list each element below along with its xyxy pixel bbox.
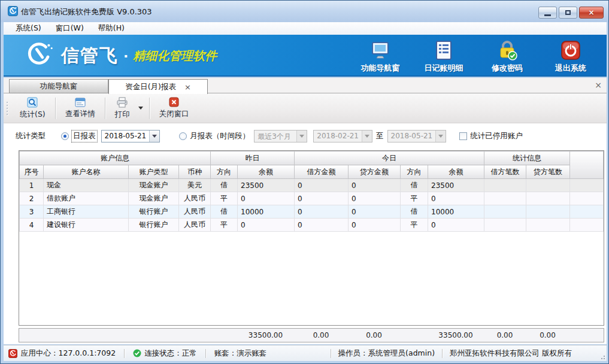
group-trailing <box>570 151 604 179</box>
change-password-button[interactable]: 修改密码 <box>483 40 531 74</box>
brand-banner: 信管飞 · 精细化管理软件 功能导航窗 <box>4 35 607 77</box>
brand-block: 信管飞 · 精细化管理软件 <box>26 42 217 69</box>
menu-bar: 系统(S) 窗口(W) 帮助(H) <box>4 22 607 35</box>
toolbar-separator <box>105 98 105 119</box>
col-seq: 序号 <box>20 165 44 179</box>
tab-fund-report-label: 资金日(月)报表 <box>125 82 176 92</box>
summary-today-credit: 0.00 <box>348 329 400 342</box>
grid-column-header-row: 序号 账户名称 账户类型 币种 方向 余额 借方金额 贷方金额 方向 余额 借方… <box>20 165 604 179</box>
menu-window[interactable]: 窗口(W) <box>49 22 91 35</box>
status-separator <box>442 349 443 358</box>
report-work-area: 账户信息 昨日 今日 统计信息 序号 账户名称 账户类型 币种 方向 余额 借方… <box>4 149 607 344</box>
printer-icon <box>116 97 128 108</box>
print-dropdown-arrow-icon[interactable] <box>138 107 143 110</box>
exit-system-label: 退出系统 <box>555 63 586 74</box>
summary-credit-count: 0.00 <box>526 329 569 342</box>
summary-debit-count: 0.00 <box>484 329 526 342</box>
brand-logo-icon <box>26 42 55 69</box>
brand-tagline: 精细化管理软件 <box>133 48 217 64</box>
lock-icon <box>496 40 518 61</box>
daily-date-value: 2018-05-21 <box>102 131 150 142</box>
include-disabled-label[interactable]: 统计已停用账户 <box>470 131 523 141</box>
change-password-label: 修改密码 <box>492 63 523 74</box>
minimize-icon <box>544 14 551 16</box>
view-details-label: 查看详情 <box>65 109 95 119</box>
daily-report-label[interactable]: 日报表 <box>71 130 98 142</box>
filter-bar: 统计类型 日报表 2018-05-21 月报表（时间段） 最近3个月 2018-… <box>4 123 607 149</box>
journal-detail-button[interactable]: 日记账明细 <box>420 40 468 74</box>
daily-report-radio[interactable] <box>61 132 69 140</box>
range-preset-dropdown-icon <box>296 131 307 142</box>
statistics-label: 统计(S) <box>20 110 46 120</box>
daily-date-select[interactable]: 2018-05-21 <box>101 130 160 142</box>
range-preset-select: 最近3个月 <box>254 130 307 142</box>
close-icon: × <box>588 8 594 17</box>
status-separator <box>205 349 206 358</box>
banner-actions: 功能导航窗 日记账明细 <box>356 40 595 74</box>
table-row[interactable]: 1 现金 现金账户 美元 借 23500 0 0 借 23500 <box>20 179 604 192</box>
toolbar-grip[interactable] <box>7 102 8 115</box>
grid-group-header-row: 账户信息 昨日 今日 统计信息 <box>20 151 604 165</box>
close-window-label: 关闭窗口 <box>159 109 189 119</box>
daily-date-dropdown-icon[interactable] <box>149 131 159 142</box>
status-app-center: 应用中心：127.0.0.1:7092 <box>21 348 116 359</box>
status-account-set: 账套：演示账套 <box>214 348 267 359</box>
exit-system-button[interactable]: 退出系统 <box>547 40 595 74</box>
tab-nav-window-label: 功能导航窗 <box>40 81 78 92</box>
nav-window-label: 功能导航窗 <box>361 63 400 74</box>
brand-name: 信管飞 <box>61 44 119 68</box>
status-separator <box>124 349 125 358</box>
status-copyright: 郑州亚拓软件科技有限公司 版权所有 <box>450 348 572 359</box>
toolbar-separator <box>55 98 56 119</box>
close-button[interactable]: × <box>579 7 604 19</box>
include-disabled-checkbox[interactable] <box>459 132 467 140</box>
print-button[interactable]: 打印 <box>107 95 138 122</box>
tab-nav-window[interactable]: 功能导航窗 <box>9 79 108 93</box>
status-operator: 操作员：系统管理员(admin) <box>338 348 435 359</box>
col-balance-y: 余额 <box>238 165 295 179</box>
window-title: 信管飞出纳记账软件免费版 V9.0.303 <box>21 7 152 17</box>
status-logo-icon <box>8 349 17 358</box>
title-bar: 信管飞出纳记账软件免费版 V9.0.303 × <box>1 1 608 22</box>
table-row[interactable]: 4 建设银行 银行账户 人民币 平 0 0 0 平 0 <box>20 219 604 232</box>
minimize-button[interactable] <box>538 7 557 19</box>
monitor-icon <box>369 40 391 61</box>
statistics-button[interactable]: 统计(S) <box>11 95 54 122</box>
col-balance-t: 余额 <box>428 165 484 179</box>
tab-fund-report[interactable]: 资金日(月)报表 × <box>108 79 208 94</box>
monthly-report-label[interactable]: 月报表（时间段） <box>190 131 250 141</box>
app-window: 信管飞出纳记账软件免费版 V9.0.303 × 系统(S) 窗口(W) 帮助(H… <box>0 0 609 364</box>
brand-dot: · <box>123 48 128 63</box>
col-account-name: 账户名称 <box>44 165 129 179</box>
table-row[interactable]: 2 借款账户 现金账户 人民币 平 0 0 0 平 0 <box>20 192 604 205</box>
summary-yesterday-balance: 33500.00 <box>237 329 294 342</box>
monthly-report-radio[interactable] <box>179 132 187 140</box>
group-yesterday: 昨日 <box>211 151 295 165</box>
close-window-button[interactable]: 关闭窗口 <box>151 95 198 121</box>
end-date-value: 2018-05-21 <box>388 131 436 142</box>
col-account-type: 账户类型 <box>129 165 179 179</box>
to-label: 至 <box>376 131 384 141</box>
power-icon <box>560 40 581 61</box>
tab-close-icon[interactable]: × <box>184 83 191 91</box>
menu-help[interactable]: 帮助(H) <box>91 22 132 35</box>
resize-grip[interactable] <box>598 352 605 359</box>
print-label: 打印 <box>115 110 130 120</box>
tabstrip-close-icon[interactable]: × <box>595 80 602 90</box>
maximize-button[interactable] <box>559 7 577 19</box>
close-red-icon <box>169 97 179 107</box>
report-grid: 账户信息 昨日 今日 统计信息 序号 账户名称 账户类型 币种 方向 余额 借方… <box>19 150 604 326</box>
group-today: 今日 <box>295 151 484 165</box>
end-date-dropdown-icon <box>435 131 446 142</box>
menu-system[interactable]: 系统(S) <box>8 22 49 35</box>
stat-type-label: 统计类型 <box>16 131 46 141</box>
toolbar: 统计(S) 查看详情 打印 <box>4 93 607 123</box>
status-connection: 连接状态：正常 <box>144 348 197 359</box>
view-details-button[interactable]: 查看详情 <box>57 96 104 121</box>
nav-window-button[interactable]: 功能导航窗 <box>356 40 404 74</box>
end-date-select: 2018-05-21 <box>387 130 447 142</box>
table-row[interactable]: 3 工商银行 银行账户 人民币 借 10000 0 0 借 10000 <box>20 205 604 219</box>
journal-detail-label: 日记账明细 <box>425 63 463 74</box>
status-separator <box>331 349 331 358</box>
col-currency: 币种 <box>179 165 211 179</box>
